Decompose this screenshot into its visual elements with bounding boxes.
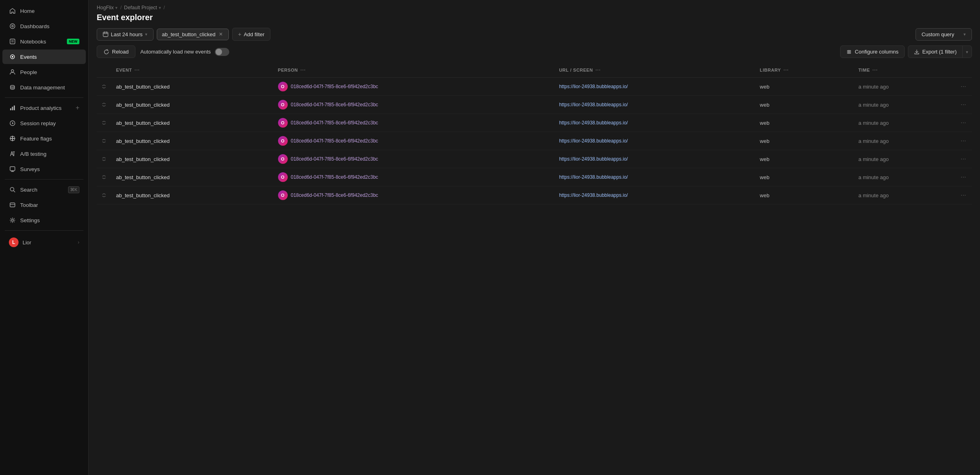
product-analytics-icon [9,104,16,112]
add-filter-plus-icon: + [238,31,241,37]
breadcrumb-sep-2: / [164,5,165,10]
time-cell: a minute ago [853,132,956,150]
row-menu-icon[interactable]: ··· [961,137,966,144]
table-row[interactable]: ab_test_button_clicked O 018ced6d-047f-7… [97,186,972,204]
row-menu-icon[interactable]: ··· [961,119,966,126]
active-filter-tag[interactable]: ab_test_button_clicked ✕ [157,29,229,40]
th-library: LIBRARY ··· [755,63,854,78]
sidebar-item-session-replay[interactable]: Session replay [2,116,86,130]
export-button-wrap: Export (1 filter) ▾ [908,45,972,58]
table-row[interactable]: ab_test_button_clicked O 018ced6d-047f-7… [97,96,972,114]
filter-close-button[interactable]: ✕ [218,31,224,37]
configure-columns-button[interactable]: Configure columns [840,45,904,58]
active-filter-value: ab_test_button_clicked [162,31,216,37]
th-event: EVENT ··· [111,63,273,78]
row-menu-icon[interactable]: ··· [961,192,966,198]
table-row[interactable]: ab_test_button_clicked O 018ced6d-047f-7… [97,132,972,150]
time-col-menu[interactable]: ··· [872,67,878,73]
sidebar-item-events[interactable]: Events [2,50,86,64]
export-button[interactable]: Export (1 filter) [908,46,962,58]
toggle-knob [216,49,222,55]
row-menu-cell[interactable]: ··· [956,96,972,114]
library-cell: web [755,132,854,150]
person-id[interactable]: 018ced6d-047f-7f85-8ce6-6f942ed2c3bc [291,84,378,89]
sidebar-item-surveys[interactable]: Surveys [2,162,86,176]
sidebar-item-data-management[interactable]: Data management [2,80,86,95]
export-chevron-button[interactable]: ▾ [962,46,972,58]
person-id[interactable]: 018ced6d-047f-7f85-8ce6-6f942ed2c3bc [291,102,378,107]
expand-cell[interactable] [97,114,111,132]
time-cell: a minute ago [853,114,956,132]
row-menu-cell[interactable]: ··· [956,186,972,204]
reload-button[interactable]: Reload [97,45,135,58]
expand-cell[interactable] [97,96,111,114]
person-id[interactable]: 018ced6d-047f-7f85-8ce6-6f942ed2c3bc [291,138,378,144]
row-menu-cell[interactable]: ··· [956,150,972,168]
row-menu-icon[interactable]: ··· [961,101,966,108]
breadcrumb-project[interactable]: Default Project ▾ [124,5,161,10]
sidebar-dashboards-label: Dashboards [20,23,79,29]
sidebar-item-settings[interactable]: Settings [2,213,86,227]
expand-cell[interactable] [97,132,111,150]
header: HogFlix ▾ / Default Project ▾ / Event ex… [89,0,980,28]
sidebar-item-feature-flags[interactable]: Feature flags [2,131,86,146]
sidebar-item-toolbar[interactable]: Toolbar [2,198,86,212]
add-filter-label: Add filter [244,31,264,37]
person-id[interactable]: 018ced6d-047f-7f85-8ce6-6f942ed2c3bc [291,120,378,126]
event-name-cell: ab_test_button_clicked [111,186,273,204]
row-menu-cell[interactable]: ··· [956,114,972,132]
url-col-menu[interactable]: ··· [595,67,600,73]
table-body: ab_test_button_clicked O 018ced6d-047f-7… [97,78,972,204]
row-menu-icon[interactable]: ··· [961,155,966,162]
table-row[interactable]: ab_test_button_clicked O 018ced6d-047f-7… [97,114,972,132]
expand-icon [102,175,106,180]
library-col-menu[interactable]: ··· [783,67,789,73]
row-menu-cell[interactable]: ··· [956,168,972,186]
sidebar-surveys-label: Surveys [20,166,79,172]
expand-cell[interactable] [97,186,111,204]
search-shortcut: ⌘K [68,186,79,193]
sidebar-item-people[interactable]: People [2,65,86,79]
sidebar-item-dashboards[interactable]: Dashboards [2,19,86,33]
sidebar-item-search[interactable]: Search ⌘K [2,182,86,197]
sidebar-settings-label: Settings [20,217,79,223]
row-menu-cell[interactable]: ··· [956,132,972,150]
sidebar-item-product-analytics[interactable]: Product analytics + [2,101,86,115]
library-cell: web [755,186,854,204]
expand-icon [102,193,106,198]
person-id[interactable]: 018ced6d-047f-7f85-8ce6-6f942ed2c3bc [291,192,378,198]
expand-cell[interactable] [97,168,111,186]
expand-cell[interactable] [97,78,111,96]
data-management-icon [9,84,16,91]
auto-load-toggle[interactable] [215,48,229,56]
sidebar-product-analytics-label: Product analytics [20,105,70,111]
expand-cell[interactable] [97,150,111,168]
sidebar-divider-2 [5,179,83,180]
custom-query-button[interactable]: Custom query ▾ [916,28,972,41]
table-row[interactable]: ab_test_button_clicked O 018ced6d-047f-7… [97,168,972,186]
table-header: EVENT ··· PERSON ··· URL / SCREEN [97,63,972,78]
th-url: URL / SCREEN ··· [554,63,755,78]
sidebar-user[interactable]: L Lior › [2,233,86,251]
breadcrumb-app[interactable]: HogFlix ▾ [97,5,118,10]
row-menu-icon[interactable]: ··· [961,83,966,90]
sidebar-item-ab-testing[interactable]: A/B testing [2,147,86,161]
action-bar-right: Configure columns Export (1 filter) ▾ [840,45,972,58]
time-filter-button[interactable]: Last 24 hours ▾ [97,28,154,41]
table-row[interactable]: ab_test_button_clicked O 018ced6d-047f-7… [97,150,972,168]
sidebar-item-home[interactable]: Home [2,4,86,18]
add-filter-button[interactable]: + Add filter [232,28,271,41]
person-id[interactable]: 018ced6d-047f-7f85-8ce6-6f942ed2c3bc [291,156,378,162]
row-menu-icon[interactable]: ··· [961,173,966,180]
expand-icon [102,102,106,107]
sidebar-item-notebooks[interactable]: Notebooks NEW [2,34,86,49]
person-id[interactable]: 018ced6d-047f-7f85-8ce6-6f942ed2c3bc [291,174,378,180]
product-analytics-add-icon[interactable]: + [76,104,79,112]
event-col-menu[interactable]: ··· [134,67,139,73]
svg-rect-19 [10,203,15,207]
table-row[interactable]: ab_test_button_clicked O 018ced6d-047f-7… [97,78,972,96]
person-col-menu[interactable]: ··· [300,67,305,73]
row-menu-cell[interactable]: ··· [956,78,972,96]
event-name-cell: ab_test_button_clicked [111,150,273,168]
svg-rect-17 [10,167,15,171]
